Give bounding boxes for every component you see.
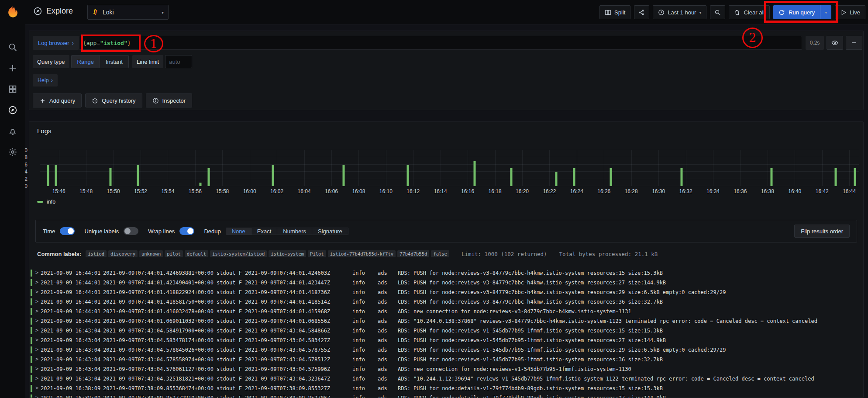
datasource-picker[interactable]: Loki ▾ (87, 5, 169, 20)
gridline (40, 157, 859, 157)
line-limit-input[interactable]: auto (165, 55, 192, 68)
dedup-group: Dedup NoneExactNumbersSignature (204, 228, 348, 235)
log-row[interactable]: >2021-09-09 16:38:092021-09-09T07:38:09.… (29, 384, 863, 393)
log-row[interactable]: >2021-09-09 16:43:042021-09-09T07:43:04.… (29, 374, 863, 384)
inspector-button[interactable]: Inspector (146, 93, 192, 107)
dashboards-icon[interactable] (8, 84, 17, 94)
expand-chevron-icon[interactable]: > (35, 356, 38, 362)
unique-labels-toggle[interactable] (124, 227, 138, 235)
expand-chevron-icon[interactable]: > (35, 385, 38, 391)
log-row[interactable]: >2021-09-09 16:44:012021-09-09T07:44:01.… (29, 297, 863, 307)
log-row[interactable]: >2021-09-09 16:43:042021-09-09T07:43:04.… (29, 364, 863, 374)
expand-chevron-icon[interactable]: > (35, 308, 38, 314)
expand-chevron-icon[interactable]: > (35, 395, 38, 398)
alerting-icon[interactable] (8, 126, 17, 136)
dedup-option-numbers[interactable]: Numbers (277, 228, 312, 235)
log-row[interactable]: >2021-09-09 16:44:012021-09-09T07:44:01.… (29, 268, 863, 278)
log-browser-button[interactable]: Log browser › (33, 36, 79, 50)
gridline (740, 150, 741, 186)
add-query-button[interactable]: Add query (33, 93, 82, 107)
trash-icon (734, 9, 741, 16)
dedup-option-exact[interactable]: Exact (251, 228, 278, 235)
expand-chevron-icon[interactable]: > (35, 318, 38, 324)
log-raw-prefix: 2021-09-09T07:43:04.584917900+00:00 stdo… (103, 328, 330, 334)
log-volume-bar (834, 168, 837, 186)
live-button[interactable]: Live (835, 5, 865, 19)
bytes-processed-stat: Total bytes processed: 21.1 kB (559, 251, 658, 257)
legend-item-info[interactable]: info (37, 199, 55, 205)
label-chip: 77b4d7b55d (397, 250, 429, 257)
gridline (40, 179, 859, 179)
query-duration: 0.2s (806, 36, 824, 50)
zoom-out-icon (714, 9, 721, 16)
time-toggle[interactable] (60, 227, 75, 235)
log-module: ads (378, 395, 387, 398)
log-module: ads (378, 356, 387, 363)
log-timestamp: 2021-09-09 16:38:09 (41, 395, 100, 398)
label-chip: false (431, 250, 449, 257)
log-row[interactable]: >2021-09-09 16:43:042021-09-09T07:43:04.… (29, 336, 863, 345)
expand-chevron-icon[interactable]: > (35, 289, 38, 295)
log-row[interactable]: >2021-09-09 16:44:012021-09-09T07:44:01.… (29, 307, 863, 316)
run-query-button[interactable]: Run query ▾ (773, 5, 831, 19)
dedup-option-none[interactable]: None (226, 228, 251, 235)
log-level-indicator (31, 346, 32, 353)
explore-icon[interactable] (8, 105, 17, 115)
toggle-group-time: Time (43, 227, 75, 235)
chevron-right-icon: › (51, 77, 53, 83)
expand-chevron-icon[interactable]: > (35, 279, 38, 285)
log-module: ads (378, 347, 387, 353)
dedup-option-signature[interactable]: Signature (312, 228, 348, 235)
x-axis-tick: 16:34 (706, 188, 720, 194)
remove-query-button[interactable] (846, 36, 862, 50)
query-input[interactable]: {app="istiod"} (79, 36, 802, 50)
zoom-out-button[interactable] (710, 5, 725, 19)
wrap-lines-toggle[interactable] (179, 227, 194, 235)
log-row[interactable]: >2021-09-09 16:38:092021-09-09T07:38:09.… (29, 393, 863, 398)
label-chip: istio-system (269, 250, 306, 257)
expand-chevron-icon[interactable]: > (35, 327, 38, 333)
info-circle-icon (152, 97, 159, 104)
expand-chevron-icon[interactable]: > (35, 298, 38, 305)
help-button[interactable]: Help › (33, 74, 58, 87)
query-type-option-instant[interactable]: Instant (100, 55, 128, 68)
log-volume-bar (555, 172, 558, 186)
search-icon[interactable] (8, 42, 17, 52)
split-button[interactable]: Split (599, 5, 630, 19)
log-row[interactable]: >2021-09-09 16:44:012021-09-09T07:44:01.… (29, 287, 863, 297)
log-message: EDS: PUSH for node:reviews-v1-545db77b95… (398, 347, 726, 353)
log-row[interactable]: >2021-09-09 16:43:042021-09-09T07:43:04.… (29, 345, 863, 355)
log-row[interactable]: >2021-09-09 16:44:012021-09-09T07:44:01.… (29, 316, 863, 326)
expand-chevron-icon[interactable]: > (35, 270, 38, 276)
gridline (577, 150, 577, 186)
expand-chevron-icon[interactable]: > (35, 375, 38, 381)
share-button[interactable] (634, 5, 649, 19)
log-volume-bar (681, 168, 683, 186)
logs-panel: Logs 0246810 15:4615:4815:5015:5215:5415… (29, 121, 864, 398)
log-level: info (352, 347, 365, 353)
expand-chevron-icon[interactable]: > (35, 337, 38, 343)
log-raw-prefix: 2021-09-09T07:43:04.325181821+00:00 stdo… (103, 376, 330, 382)
grafana-logo[interactable] (4, 4, 21, 21)
log-row[interactable]: >2021-09-09 16:44:012021-09-09T07:44:01.… (29, 278, 863, 287)
log-row[interactable]: >2021-09-09 16:43:042021-09-09T07:43:04.… (29, 355, 863, 364)
settings-icon[interactable] (8, 147, 17, 157)
run-query-dropdown[interactable]: ▾ (820, 5, 831, 19)
log-row[interactable]: >2021-09-09 16:43:042021-09-09T07:43:04.… (29, 326, 863, 336)
log-raw-prefix: 2021-09-09T07:43:04.578558974+00:00 stdo… (103, 356, 330, 363)
flip-results-order-button[interactable]: Flip results order (794, 225, 850, 238)
query-label-value: "istiod" (100, 40, 127, 46)
explore-header: Explore (33, 7, 73, 16)
gridline (822, 150, 823, 186)
expand-chevron-icon[interactable]: > (35, 346, 38, 353)
panel-title: Logs (37, 127, 52, 135)
clear-all-button[interactable]: Clear all (729, 5, 770, 19)
plus-icon[interactable] (8, 63, 17, 73)
expand-chevron-icon[interactable]: > (35, 366, 38, 372)
query-history-button[interactable]: Query history (85, 93, 142, 107)
query-type-option-range[interactable]: Range (72, 55, 100, 68)
hide-query-button[interactable] (827, 36, 843, 50)
run-query-main[interactable]: Run query (773, 5, 820, 19)
log-module: ads (378, 280, 387, 286)
time-range-picker[interactable]: Last 1 hour ▾ (653, 5, 706, 19)
